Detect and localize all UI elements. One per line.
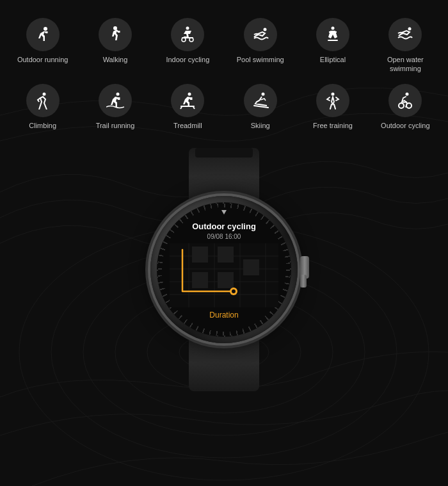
svg-point-9 [186,27,189,30]
open-water-swimming-icon [388,18,422,51]
pool-swimming-label: Pool swimming [237,55,284,64]
watch-datetime: 09/08 16:00 [207,233,241,240]
svg-point-7 [44,27,47,31]
indoor-cycling-label: Indoor cycling [166,55,209,64]
svg-point-13 [263,28,266,31]
activity-skiing[interactable]: Skiing [224,79,296,135]
activity-indoor-cycling[interactable]: Indoor cycling [152,13,224,79]
activity-trail-running[interactable]: Trail running [79,79,151,135]
svg-point-8 [113,26,117,30]
svg-point-26 [406,103,412,108]
open-water-swimming-label: Open water swimming [380,55,431,74]
watch-crown-small [300,275,307,288]
svg-point-22 [261,92,264,95]
elliptical-icon [316,18,349,51]
activity-treadmill[interactable]: Treadmill [152,79,224,135]
watch-map [170,243,278,307]
trail-running-icon [99,84,132,117]
watch-activity-title: Outdoor cycling [192,222,256,231]
svg-rect-39 [243,259,259,275]
svg-rect-37 [218,247,234,263]
svg-rect-36 [192,247,208,263]
watch-duration-label: Duration [209,311,238,320]
svg-point-19 [116,92,119,95]
activity-outdoor-running[interactable]: Outdoor running [6,13,79,79]
trail-running-label: Trail running [96,121,135,130]
treadmill-label: Treadmill [173,121,202,130]
svg-point-20 [188,92,191,95]
svg-rect-21 [180,106,195,107]
watch-face: Outdoor cycling 09/08 16:00 [157,202,291,337]
activity-climbing[interactable]: Climbing [6,79,79,135]
walking-icon [99,18,132,51]
watch-case: Outdoor cycling 09/08 16:00 [150,196,298,343]
indoor-cycling-icon [171,18,204,51]
outdoor-cycling-label: Outdoor cycling [381,121,429,130]
svg-point-25 [399,103,404,108]
activity-walking[interactable]: Walking [79,13,151,79]
activity-open-water-swimming[interactable]: Open water swimming [369,13,442,79]
svg-rect-15 [328,40,338,41]
svg-point-17 [408,28,412,31]
free-training-icon [316,84,349,117]
watch-container: Outdoor cycling 09/08 16:00 [122,148,326,391]
outdoor-running-icon [26,18,60,51]
svg-point-24 [406,92,409,95]
outdoor-cycling-icon [388,84,422,117]
svg-point-42 [232,289,236,293]
skiing-icon [244,84,277,117]
svg-rect-40 [218,272,234,288]
outdoor-running-label: Outdoor running [17,55,68,64]
climbing-label: Climbing [29,121,56,130]
svg-point-23 [331,92,334,95]
free-training-label: Free training [313,121,353,130]
watch-section: Outdoor cycling 09/08 16:00 [0,148,448,391]
activities-grid: Outdoor running Walking Ind [0,0,448,142]
elliptical-label: Elliptical [320,55,346,64]
activity-free-training[interactable]: Free training [296,79,369,135]
svg-point-14 [331,27,334,30]
skiing-label: Skiing [251,121,270,130]
svg-point-18 [42,92,45,95]
svg-rect-38 [192,272,208,288]
walking-label: Walking [103,55,128,64]
climbing-icon [26,84,60,117]
pool-swimming-icon [244,18,277,51]
treadmill-icon [171,84,204,117]
activity-elliptical[interactable]: Elliptical [296,13,369,79]
activity-pool-swimming[interactable]: Pool swimming [224,13,296,79]
activity-outdoor-cycling[interactable]: Outdoor cycling [369,79,442,135]
watch-down-arrow-icon [221,210,227,215]
